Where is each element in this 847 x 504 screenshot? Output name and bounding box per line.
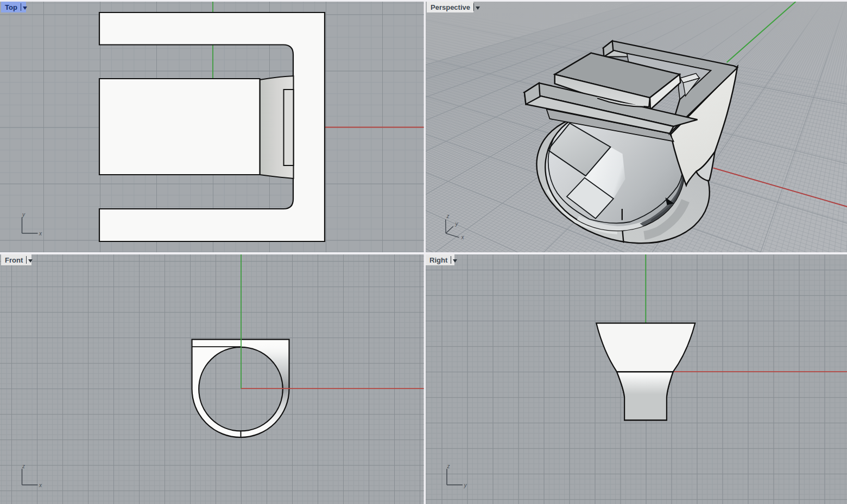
svg-text:y: y — [22, 212, 26, 218]
svg-text:y: y — [454, 221, 458, 227]
svg-text:x: x — [39, 482, 42, 488]
svg-text:z: z — [446, 463, 450, 469]
svg-text:x: x — [39, 231, 42, 237]
svg-text:x: x — [460, 234, 464, 240]
svg-text:z: z — [446, 213, 449, 219]
svg-text:z: z — [22, 463, 25, 469]
svg-text:y: y — [463, 482, 467, 488]
